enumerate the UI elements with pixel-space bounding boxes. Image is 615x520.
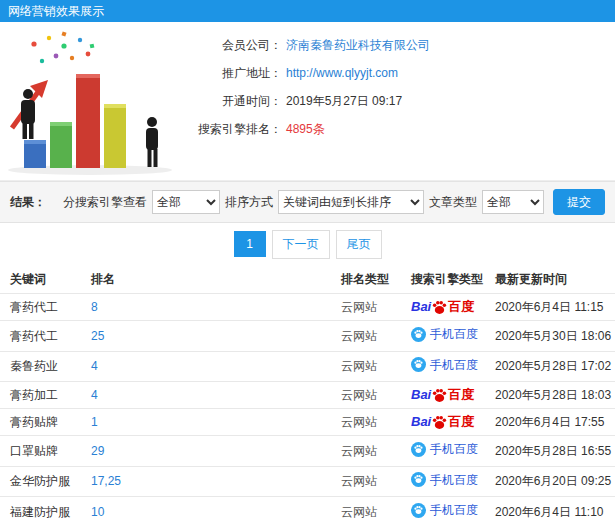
time-cell: 2020年6月4日 11:10 bbox=[489, 497, 615, 520]
chart-clipart bbox=[4, 28, 176, 176]
mobile-baidu-badge: 手机百度 bbox=[411, 321, 478, 347]
header-rank-type: 排名类型 bbox=[335, 265, 405, 294]
page-button-current[interactable]: 1 bbox=[234, 231, 266, 257]
rank-cell: 17,25 bbox=[85, 466, 335, 497]
rank-type-cell: 云网站 bbox=[335, 321, 405, 352]
keyword-cell: 膏药加工 bbox=[0, 382, 85, 409]
rank-cell: 29 bbox=[85, 436, 335, 467]
open-time-value: 2019年5月27日 09:17 bbox=[286, 92, 402, 110]
rank-type-cell: 云网站 bbox=[335, 497, 405, 520]
sort-select[interactable]: 关键词由短到长排序 bbox=[278, 190, 424, 214]
baidu-logo-cn: 百度 bbox=[448, 382, 474, 408]
keyword-cell: 秦鲁药业 bbox=[0, 351, 85, 382]
table-row: 膏药代工8云网站Bai百度2020年6月4日 11:15 bbox=[0, 294, 615, 321]
table-body: 膏药代工8云网站Bai百度2020年6月4日 11:15膏药代工25云网站手机百… bbox=[0, 294, 615, 520]
rank-link[interactable]: 1 bbox=[91, 415, 98, 429]
last-page-button[interactable]: 尾页 bbox=[336, 230, 382, 259]
keyword-cell: 福建防护服 bbox=[0, 497, 85, 520]
submit-button[interactable]: 提交 bbox=[553, 189, 605, 215]
baidu-pc-logo: Bai百度 bbox=[411, 409, 474, 435]
rank-count-label: 搜索引擎排名： bbox=[178, 120, 282, 138]
mobile-baidu-icon bbox=[411, 503, 426, 518]
pagination: 1 下一页 尾页 bbox=[0, 223, 615, 265]
baidu-logo-bai: Bai bbox=[411, 294, 431, 320]
table-row: 金华防护服17,25云网站手机百度2020年6月20日 09:25 bbox=[0, 466, 615, 497]
mobile-baidu-badge: 手机百度 bbox=[411, 497, 478, 520]
keyword-cell: 口罩贴牌 bbox=[0, 436, 85, 467]
rank-cell: 10 bbox=[85, 497, 335, 520]
table-row: 膏药代工25云网站手机百度2020年5月30日 18:06 bbox=[0, 321, 615, 352]
engine-cell: Bai百度 bbox=[405, 382, 489, 409]
header-update-time: 最新更新时间 bbox=[489, 265, 615, 294]
rank-link[interactable]: 10 bbox=[91, 505, 104, 519]
info-fields: 会员公司： 济南秦鲁药业科技有限公司 推广地址： http://www.qlyy… bbox=[178, 36, 609, 148]
time-cell: 2020年5月28日 18:03 bbox=[489, 382, 615, 409]
rank-link[interactable]: 4 bbox=[91, 388, 98, 402]
rank-count-value: 4895条 bbox=[286, 120, 325, 138]
article-type-label: 文章类型 bbox=[429, 194, 477, 211]
mobile-baidu-icon bbox=[411, 357, 426, 372]
info-row-url: 推广地址： http://www.qlyyjt.com bbox=[178, 64, 609, 82]
baidu-logo-bai: Bai bbox=[411, 382, 431, 408]
keyword-cell: 金华防护服 bbox=[0, 466, 85, 497]
promotion-url-link[interactable]: http://www.qlyyjt.com bbox=[286, 64, 398, 82]
table-row: 秦鲁药业4云网站手机百度2020年5月28日 17:02 bbox=[0, 351, 615, 382]
mobile-baidu-label: 手机百度 bbox=[430, 436, 478, 462]
mobile-baidu-icon bbox=[411, 442, 426, 457]
info-row-open-time: 开通时间： 2019年5月27日 09:17 bbox=[178, 92, 609, 110]
rank-type-cell: 云网站 bbox=[335, 382, 405, 409]
table-header-row: 关键词 排名 排名类型 搜索引擎类型 最新更新时间 bbox=[0, 265, 615, 294]
mobile-baidu-label: 手机百度 bbox=[430, 497, 478, 520]
rank-cell: 4 bbox=[85, 351, 335, 382]
table-row: 膏药贴牌1云网站Bai百度2020年6月4日 17:55 bbox=[0, 409, 615, 436]
page-title: 网络营销效果展示 bbox=[0, 0, 615, 22]
baidu-paw-icon bbox=[432, 415, 447, 430]
header-rank: 排名 bbox=[85, 265, 335, 294]
engine-cell: 手机百度 bbox=[405, 466, 489, 497]
rank-type-cell: 云网站 bbox=[335, 409, 405, 436]
rank-cell: 8 bbox=[85, 294, 335, 321]
engine-filter-label: 分搜索引擎查看 bbox=[63, 194, 147, 211]
rank-link[interactable]: 25 bbox=[91, 329, 104, 343]
info-row-company: 会员公司： 济南秦鲁药业科技有限公司 bbox=[178, 36, 609, 54]
info-panel: 会员公司： 济南秦鲁药业科技有限公司 推广地址： http://www.qlyy… bbox=[0, 22, 615, 181]
keyword-cell: 膏药代工 bbox=[0, 294, 85, 321]
header-engine-type: 搜索引擎类型 bbox=[405, 265, 489, 294]
time-cell: 2020年6月20日 09:25 bbox=[489, 466, 615, 497]
engine-cell: Bai百度 bbox=[405, 294, 489, 321]
mobile-baidu-badge: 手机百度 bbox=[411, 352, 478, 378]
engine-cell: 手机百度 bbox=[405, 497, 489, 520]
url-label: 推广地址： bbox=[178, 64, 282, 82]
open-time-label: 开通时间： bbox=[178, 92, 282, 110]
engine-filter-select[interactable]: 全部 bbox=[152, 190, 220, 214]
mobile-baidu-label: 手机百度 bbox=[430, 321, 478, 347]
mobile-baidu-label: 手机百度 bbox=[430, 467, 478, 493]
table-row: 福建防护服10云网站手机百度2020年6月4日 11:10 bbox=[0, 497, 615, 520]
rank-cell: 4 bbox=[85, 382, 335, 409]
rank-link[interactable]: 4 bbox=[91, 359, 98, 373]
time-cell: 2020年5月30日 18:06 bbox=[489, 321, 615, 352]
engine-cell: 手机百度 bbox=[405, 436, 489, 467]
mobile-baidu-icon bbox=[411, 327, 426, 342]
rank-link[interactable]: 29 bbox=[91, 444, 104, 458]
engine-cell: Bai百度 bbox=[405, 409, 489, 436]
rank-link[interactable]: 17,25 bbox=[91, 474, 121, 488]
baidu-pc-logo: Bai百度 bbox=[411, 294, 474, 320]
company-link[interactable]: 济南秦鲁药业科技有限公司 bbox=[286, 36, 430, 54]
rank-cell: 1 bbox=[85, 409, 335, 436]
filter-bar: 结果： 分搜索引擎查看 全部 排序方式 关键词由短到长排序 文章类型 全部 提交 bbox=[0, 181, 615, 223]
info-row-rank-count: 搜索引擎排名： 4895条 bbox=[178, 120, 609, 138]
sort-label: 排序方式 bbox=[225, 194, 273, 211]
rank-type-cell: 云网站 bbox=[335, 466, 405, 497]
table-row: 膏药加工4云网站Bai百度2020年5月28日 18:03 bbox=[0, 382, 615, 409]
baidu-logo-cn: 百度 bbox=[448, 409, 474, 435]
time-cell: 2020年5月28日 16:55 bbox=[489, 436, 615, 467]
engine-cell: 手机百度 bbox=[405, 321, 489, 352]
baidu-logo-bai: Bai bbox=[411, 409, 431, 435]
mobile-baidu-badge: 手机百度 bbox=[411, 436, 478, 462]
keyword-cell: 膏药代工 bbox=[0, 321, 85, 352]
article-type-select[interactable]: 全部 bbox=[482, 190, 544, 214]
next-page-button[interactable]: 下一页 bbox=[272, 230, 330, 259]
rank-link[interactable]: 8 bbox=[91, 300, 98, 314]
baidu-logo-cn: 百度 bbox=[448, 294, 474, 320]
